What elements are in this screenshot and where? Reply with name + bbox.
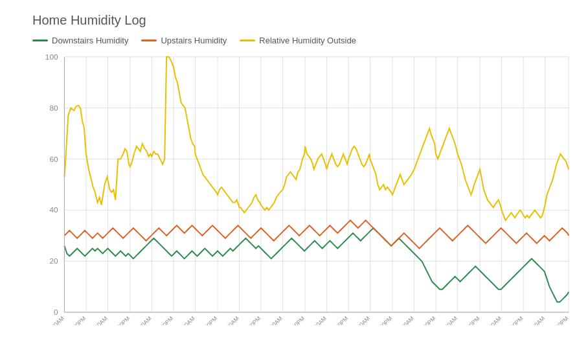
upstairs-humidity-line (64, 220, 569, 248)
main-svg: 0 20 40 60 80 100 Tue 12/1 12:00AM Tue 1… (39, 51, 575, 325)
svg-text:20: 20 (49, 256, 58, 266)
legend-label-downstairs: Downstairs Humidity (52, 36, 128, 45)
svg-text:0: 0 (54, 308, 58, 317)
chart-area: 0 20 40 60 80 100 Tue 12/1 12:00AM Tue 1… (39, 51, 575, 325)
downstairs-humidity-line (64, 228, 569, 302)
legend-label-upstairs: Upstairs Humidity (161, 36, 227, 45)
legend-item-upstairs: Upstairs Humidity (141, 36, 227, 45)
svg-text:Tue 12/1 12:00AM: Tue 12/1 12:00AM (39, 315, 65, 325)
legend: Downstairs Humidity Upstairs Humidity Re… (32, 36, 582, 45)
chart-container: Home Humidity Log Downstairs Humidity Up… (0, 0, 588, 364)
legend-item-downstairs: Downstairs Humidity (32, 36, 128, 45)
legend-item-outside: Relative Humidity Outside (240, 36, 356, 45)
legend-label-outside: Relative Humidity Outside (259, 36, 356, 45)
svg-text:60: 60 (49, 155, 58, 164)
svg-text:40: 40 (49, 205, 58, 214)
legend-line-upstairs (141, 40, 157, 41)
legend-line-outside (240, 40, 255, 41)
svg-text:80: 80 (49, 104, 58, 113)
svg-text:100: 100 (45, 52, 58, 62)
outside-humidity-line (64, 57, 569, 220)
legend-line-downstairs (32, 40, 48, 41)
chart-title: Home Humidity Log (32, 13, 582, 28)
